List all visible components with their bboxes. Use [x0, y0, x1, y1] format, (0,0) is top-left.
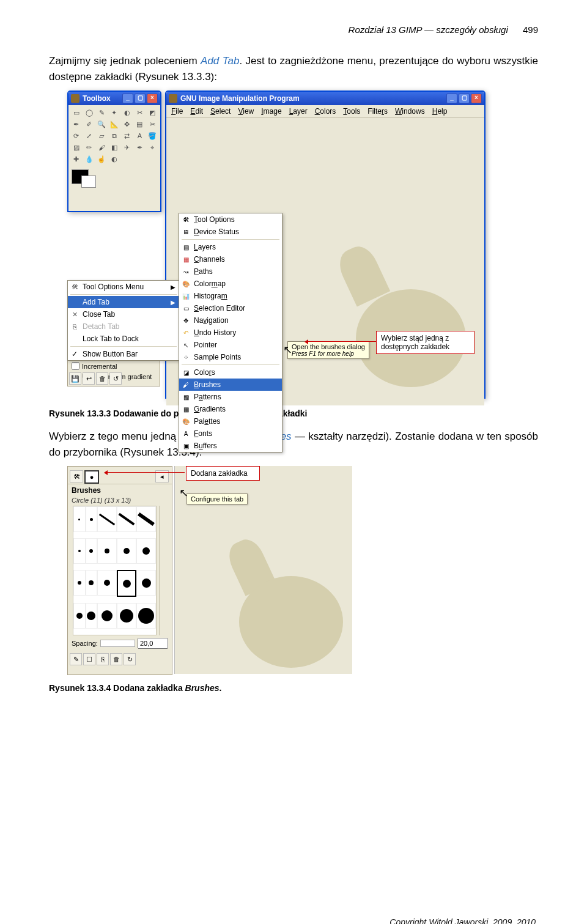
tool-zoom[interactable]: 🔍 [95, 119, 108, 130]
menu-add-tab[interactable]: Add Tab ▶ [68, 296, 179, 308]
edit-brush-icon[interactable]: ✎ [70, 653, 82, 665]
scrollbar[interactable] [159, 506, 169, 635]
pointer-icon: ↖ [182, 341, 190, 349]
tool-bucket[interactable]: 🪣 [146, 130, 158, 141]
tool-heal[interactable]: ✚ [70, 153, 83, 164]
submenu-patterns[interactable]: ▩Patterns [179, 391, 282, 403]
tool-blur[interactable]: 💧 [83, 153, 95, 164]
submenu-colors[interactable]: ◪Colors [179, 366, 282, 379]
tool-by-color[interactable]: ◐ [121, 107, 133, 118]
tool-crop[interactable]: ✂ [146, 119, 158, 130]
tab-brushes[interactable]: ● [84, 470, 99, 484]
tool-move[interactable]: ✥ [121, 119, 133, 130]
tool-smudge[interactable]: ☝ [95, 153, 108, 164]
menu-view[interactable]: View [238, 107, 254, 116]
maximize-button[interactable]: ▢ [459, 94, 470, 103]
background-color[interactable] [81, 176, 96, 188]
menu-show-button-bar[interactable]: ✓ Show Button Bar [68, 348, 179, 360]
add-tab-submenu: 🛠Tool Options 🖥Device Status ▤Layers ▦Ch… [179, 213, 282, 453]
menu-file[interactable]: File [171, 107, 183, 116]
menu-windows[interactable]: Windows [395, 107, 425, 116]
spacing-slider[interactable] [100, 640, 135, 647]
bottom-button-bar: ✎ ☐ ⎘ 🗑 ↻ [68, 651, 172, 667]
delete-icon[interactable]: 🗑 [96, 372, 108, 385]
submenu-device-status[interactable]: 🖥Device Status [179, 226, 282, 238]
tool-free-select[interactable]: ✎ [95, 107, 108, 118]
new-brush-icon[interactable]: ☐ [83, 653, 95, 665]
tool-rotate[interactable]: ⟳ [70, 130, 83, 141]
submenu-tool-options[interactable]: 🛠Tool Options [179, 213, 282, 226]
menu-help[interactable]: Help [432, 107, 448, 116]
reset-icon[interactable]: ↺ [109, 372, 122, 385]
menu-colors[interactable]: Colors [315, 107, 336, 116]
tool-clone[interactable]: ⌖ [146, 142, 158, 153]
tool-perspective[interactable]: ⧉ [108, 130, 120, 141]
submenu-palettes[interactable]: 🎨Palettes [179, 415, 282, 427]
tool-blend[interactable]: ▨ [70, 142, 83, 153]
submenu-pointer[interactable]: ↖Pointer [179, 339, 282, 351]
tool-airbrush[interactable]: ✈ [121, 142, 133, 153]
submenu-colormap[interactable]: 🎨Colormap [179, 278, 282, 290]
tool-flip[interactable]: ⇄ [121, 130, 133, 141]
tool-rect-select[interactable]: ▭ [70, 107, 83, 118]
tool-dodge[interactable]: ◐ [108, 153, 120, 164]
delete-brush-icon[interactable]: 🗑 [110, 653, 122, 665]
tool-paths[interactable]: ✒ [70, 119, 83, 130]
tool-color-picker[interactable]: ✐ [83, 119, 95, 130]
menu-edit[interactable]: Edit [190, 107, 203, 116]
incremental-option[interactable]: Incremental [68, 361, 160, 371]
submenu-sample-points[interactable]: ⁘Sample Points [179, 351, 282, 363]
tab-tool-options[interactable]: 🛠 [70, 470, 83, 482]
menu-tool-options-menu[interactable]: 🛠 Tool Options Menu ▶ [68, 281, 179, 293]
menu-image[interactable]: Image [261, 107, 281, 116]
tab-context-menu: 🛠 Tool Options Menu ▶ Add Tab ▶ ✕ Close … [67, 280, 180, 361]
tool-scissors[interactable]: ✂ [134, 107, 146, 118]
tool-scale[interactable]: ⤢ [83, 130, 95, 141]
refresh-brush-icon[interactable]: ↻ [124, 653, 136, 665]
menu-close-tab[interactable]: ✕ Close Tab [68, 308, 179, 320]
submenu-navigation[interactable]: ✥Navigation [179, 314, 282, 327]
spacing-control[interactable]: Spacing: [68, 635, 172, 651]
submenu-paths[interactable]: ↝Paths [179, 265, 282, 278]
color-area[interactable] [68, 166, 160, 191]
duplicate-brush-icon[interactable]: ⎘ [97, 653, 109, 665]
submenu-channels[interactable]: ▦Channels [179, 253, 282, 265]
tool-eraser[interactable]: ◧ [108, 142, 120, 153]
submenu-selection-editor[interactable]: ▭Selection Editor [179, 302, 282, 314]
tool-paintbrush[interactable]: 🖌 [95, 142, 108, 153]
submenu-histogram[interactable]: 📊Histogram [179, 290, 282, 302]
submenu-fonts[interactable]: AFonts [179, 427, 282, 440]
tool-pencil[interactable]: ✏ [83, 142, 95, 153]
menu-layer[interactable]: Layer [289, 107, 308, 116]
selection-icon: ▭ [182, 304, 190, 312]
menu-select[interactable]: Select [210, 107, 231, 116]
submenu-brushes[interactable]: 🖌Brushes [179, 379, 282, 391]
tool-ink[interactable]: ✒ [134, 142, 146, 153]
spacing-input[interactable] [138, 638, 168, 649]
maximize-button[interactable]: ▢ [135, 94, 146, 103]
minimize-button[interactable]: _ [122, 94, 133, 103]
submenu-buffers[interactable]: ▣Buffers [179, 440, 282, 452]
tool-ellipse-select[interactable]: ◯ [83, 107, 95, 118]
gnu-titlebar: GNU Image Manipulation Program _ ▢ × [166, 92, 484, 105]
brush-grid[interactable] [73, 506, 157, 635]
revert-icon[interactable]: ↩ [83, 372, 95, 385]
tool-options-icon: 🛠 [70, 283, 79, 291]
submenu-layers[interactable]: ▤Layers [179, 241, 282, 253]
tool-text[interactable]: A [134, 130, 146, 141]
tool-measure[interactable]: 📐 [108, 119, 120, 130]
tool-align[interactable]: ▤ [134, 119, 146, 130]
save-icon[interactable]: 💾 [69, 372, 81, 385]
menu-filters[interactable]: Filters [367, 107, 388, 116]
tool-fuzzy-select[interactable]: ✦ [108, 107, 120, 118]
submenu-undo-history[interactable]: ↶Undo History [179, 327, 282, 339]
menu-lock-tab[interactable]: Lock Tab to Dock [68, 333, 179, 345]
close-button[interactable]: × [471, 94, 482, 103]
menu-tools[interactable]: Tools [343, 107, 360, 116]
tool-shear[interactable]: ▱ [95, 130, 108, 141]
submenu-gradients[interactable]: ▦Gradients [179, 403, 282, 415]
tool-foreground[interactable]: ◩ [146, 107, 158, 118]
close-button[interactable]: × [147, 94, 158, 103]
minimize-button[interactable]: _ [446, 94, 457, 103]
gimp-mascot-bg [224, 527, 346, 668]
